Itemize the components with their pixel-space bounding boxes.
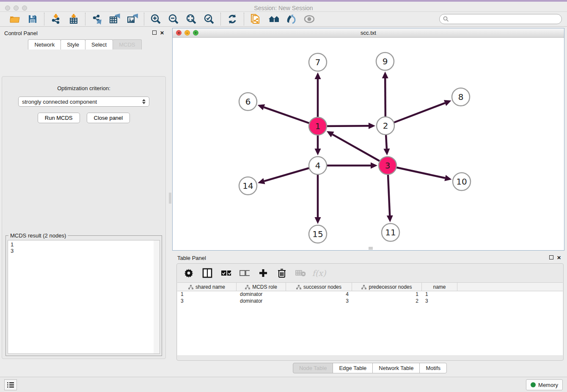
show-hide-icon[interactable]: [303, 14, 314, 25]
export-table-icon[interactable]: [109, 14, 120, 25]
control-panel: Control Panel ✕ Network Style Select MCD…: [0, 27, 169, 377]
tab-node-table[interactable]: Node Table: [293, 363, 333, 373]
edge-arrowhead: [371, 163, 377, 169]
memory-label: Memory: [538, 382, 558, 388]
search-input[interactable]: [449, 16, 561, 22]
mcds-result-text[interactable]: 1 3: [8, 240, 160, 354]
svg-text:6: 6: [245, 97, 251, 107]
zoom-out-icon[interactable]: [168, 14, 179, 25]
tab-network-table[interactable]: Network Table: [372, 363, 420, 373]
table-panel-title: Table Panel: [177, 255, 206, 261]
import-network-icon[interactable]: [50, 14, 61, 25]
network-close-icon[interactable]: ✕: [176, 30, 182, 36]
table-row[interactable]: 3 dominator 3 2 3: [177, 298, 563, 305]
network-window-titlebar[interactable]: ✕ − + scc.txt: [173, 28, 564, 38]
network-canvas[interactable]: 7968124314101511: [173, 38, 564, 250]
zoom-fit-icon[interactable]: [186, 14, 197, 25]
panel-divider-scrollbar[interactable]: [169, 193, 171, 204]
search-box[interactable]: [439, 14, 562, 24]
zoom-in-icon[interactable]: [150, 14, 161, 25]
tab-style[interactable]: Style: [61, 39, 85, 50]
deselect-all-icon[interactable]: [239, 268, 250, 278]
column-header-successor-nodes[interactable]: successor nodes: [286, 283, 352, 291]
table-panel: Table Panel ✕: [172, 252, 567, 377]
table-close-panel-icon[interactable]: ✕: [557, 255, 561, 261]
network-overview-icon[interactable]: [268, 14, 279, 25]
graph-node-6[interactable]: 6: [239, 93, 257, 110]
status-bar: Memory: [0, 377, 567, 392]
graph-edge[interactable]: [385, 103, 445, 126]
tree-icon: [296, 285, 301, 290]
graph-node-8[interactable]: 8: [452, 88, 470, 106]
mcds-result-title: MCDS result (2 nodes): [8, 232, 68, 239]
column-header-mcds-role[interactable]: MCDS role: [237, 283, 286, 291]
table-row[interactable]: 1 dominator 4 1 1: [177, 291, 563, 298]
function-builder-icon: f(x): [314, 268, 324, 278]
memory-button[interactable]: Memory: [526, 379, 563, 390]
edge-arrowhead: [382, 72, 388, 78]
tab-network[interactable]: Network: [28, 39, 61, 50]
edge-arrowhead: [315, 217, 321, 224]
show-columns-icon[interactable]: [202, 268, 212, 278]
graph-node-9[interactable]: 9: [376, 52, 394, 70]
main-toolbar: [0, 12, 567, 27]
node-table: shared name MCDS role successor nodes pr…: [177, 282, 563, 355]
close-panel-icon[interactable]: ✕: [160, 30, 164, 36]
delete-table-icon: [295, 268, 306, 278]
delete-column-icon[interactable]: [277, 268, 287, 278]
column-header-name[interactable]: name: [422, 283, 457, 291]
copy-network-icon[interactable]: [250, 14, 261, 25]
export-network-icon[interactable]: [91, 14, 102, 25]
graph-node-1[interactable]: 1: [309, 117, 327, 135]
tab-motifs[interactable]: Motifs: [419, 363, 447, 373]
refresh-icon[interactable]: [227, 14, 238, 25]
mcds-result-box: MCDS result (2 nodes) 1 3: [6, 235, 162, 356]
graph-node-14[interactable]: 14: [239, 177, 257, 195]
edge-arrowhead: [315, 149, 321, 155]
canvas-hscrollbar[interactable]: [369, 247, 373, 250]
column-header-predecessor-nodes[interactable]: predecessor nodes: [352, 283, 422, 291]
criterion-select[interactable]: strongly connected component: [18, 97, 149, 107]
graph-node-7[interactable]: 7: [309, 53, 327, 71]
graph-node-3[interactable]: 3: [379, 157, 396, 174]
svg-text:3: 3: [385, 160, 391, 171]
criterion-value: strongly connected component: [22, 99, 97, 105]
graph-edge[interactable]: [333, 135, 388, 166]
graph-node-15[interactable]: 15: [309, 225, 327, 243]
run-mcds-button[interactable]: Run MCDS: [38, 113, 80, 123]
column-header-shared-name[interactable]: shared name: [177, 283, 237, 291]
svg-text:14: 14: [242, 181, 253, 191]
search-icon: [443, 16, 449, 22]
svg-text:11: 11: [385, 227, 396, 237]
save-session-icon[interactable]: [27, 14, 38, 25]
window-titlebar: Session: New Session: [0, 0, 567, 12]
network-graph[interactable]: 7968124314101511: [173, 38, 564, 250]
import-table-icon[interactable]: [68, 14, 79, 25]
export-image-icon[interactable]: [127, 14, 138, 25]
edge-arrowhead: [383, 149, 390, 155]
edge-arrowhead: [258, 178, 265, 184]
tab-mcds[interactable]: MCDS: [113, 39, 141, 50]
graph-node-10[interactable]: 10: [453, 173, 471, 190]
float-panel-icon[interactable]: [152, 30, 157, 36]
network-maximize-icon[interactable]: +: [193, 30, 198, 36]
tab-select[interactable]: Select: [85, 39, 113, 50]
select-all-icon[interactable]: [221, 268, 231, 278]
graph-node-2[interactable]: 2: [377, 117, 394, 135]
zoom-selected-icon[interactable]: [204, 14, 215, 25]
svg-text:15: 15: [312, 229, 323, 239]
close-panel-button[interactable]: Close panel: [87, 113, 130, 123]
open-file-icon[interactable]: [9, 14, 20, 25]
table-float-panel-icon[interactable]: [549, 255, 553, 261]
result-scrollbar[interactable]: [154, 240, 160, 353]
svg-text:2: 2: [383, 121, 388, 131]
network-minimize-icon[interactable]: −: [184, 30, 190, 36]
tab-edge-table[interactable]: Edge Table: [333, 363, 373, 373]
apply-style-icon[interactable]: [286, 14, 297, 25]
graph-node-4[interactable]: 4: [309, 157, 327, 174]
table-settings-icon[interactable]: [184, 268, 194, 278]
add-column-icon[interactable]: [258, 268, 268, 278]
graph-node-11[interactable]: 11: [382, 224, 399, 241]
task-history-button[interactable]: [4, 379, 17, 390]
svg-text:1: 1: [315, 121, 321, 131]
